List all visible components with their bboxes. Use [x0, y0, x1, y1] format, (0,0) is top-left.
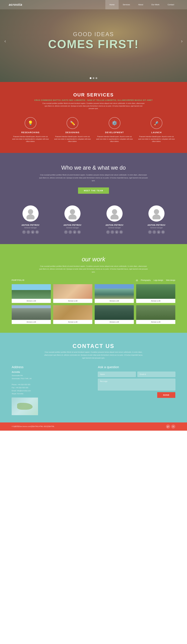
about-description: Cras suscipit porttitor porttitor Morbi … — [39, 174, 148, 182]
portfolio-item-7[interactable]: Aenean a elit — [95, 305, 134, 324]
contact-message-input[interactable] — [98, 379, 175, 390]
nav-services[interactable]: Services — [119, 0, 134, 9]
send-button[interactable]: SEND — [157, 392, 175, 398]
portfolio-caption-7: Aenean a elit — [95, 320, 134, 324]
team-social-facebook-2[interactable]: f — [64, 230, 68, 234]
ask-question-form: Ask a question SEND — [98, 365, 175, 415]
hero-dot-2[interactable] — [93, 77, 94, 79]
portfolio-image-7 — [95, 305, 134, 320]
hero-dot-1[interactable] — [90, 77, 91, 79]
hero-title-bold: FIRST! — [98, 38, 139, 51]
services-subtitle: CRAS COMMODO MATTIS JUSTO NEC LOBORTIS .… — [12, 99, 175, 101]
contact-grid: Address Acrostia Sevenoaks Rd Sevenoaks … — [12, 365, 175, 415]
address-line2: Sevenoaks TN14 7HR, UK — [12, 378, 32, 380]
portfolio-image-1 — [12, 284, 51, 299]
ask-question-title: Ask a question — [98, 365, 175, 369]
portfolio-item-1[interactable]: Aenean a elit — [12, 284, 51, 303]
phone-value: +44 (0)5 555 555 — [17, 384, 30, 386]
nav-contact[interactable]: Contact — [164, 0, 178, 9]
service-title-launch: LAUNCH — [138, 131, 176, 134]
svg-point-5 — [110, 214, 119, 219]
team-avatar-4 — [149, 206, 165, 222]
team-social-linkedin-3[interactable]: in — [119, 230, 123, 234]
services-subtitle-post: . NAM UT TELLUS LOBORTIS, ULLAMCORPER MA… — [86, 99, 153, 101]
footer-linkedin-icon[interactable]: in — [171, 424, 175, 428]
fax-label: Fax: — [12, 387, 15, 388]
nav-home[interactable]: Home — [105, 0, 119, 9]
contact-section: CONTACT US Cras suscipit porttitor portt… — [0, 333, 187, 422]
address-title: Address — [12, 365, 89, 369]
team-social-gplus-3[interactable]: g — [115, 230, 119, 234]
portfolio-item-2[interactable]: Aenean a elit — [53, 284, 92, 303]
service-card-researching: 💡 RESEARCHING Praesent interdum blandit … — [12, 117, 49, 143]
hero-content: GOOD IDEAS comes FIRST! — [48, 31, 139, 51]
portfolio-image-4 — [136, 284, 175, 299]
team-role-1: General manager — [12, 227, 49, 228]
services-grid: 💡 RESEARCHING Praesent interdum blandit … — [12, 117, 175, 143]
service-desc-launch: Praesent interdum blandit quam. Asumt in… — [138, 135, 176, 143]
contact-email-input[interactable] — [138, 372, 175, 377]
footer-gplus-icon[interactable]: g+ — [166, 424, 170, 428]
team-social-facebook-4[interactable]: f — [148, 230, 152, 234]
team-card-1: ANTON PETROV General manager f t g in — [12, 206, 49, 234]
hero-section: ‹ GOOD IDEAS comes FIRST! › — [0, 0, 187, 82]
hero-dot-3[interactable] — [96, 77, 97, 79]
filter-all[interactable]: All — [136, 279, 138, 281]
footer-text: © 知财而富box.henno.com定制HTML/HTML-SEE定制HTML — [12, 426, 54, 428]
team-avatar-1 — [22, 206, 38, 222]
portfolio-item-5[interactable]: Aenean a elit — [12, 305, 51, 324]
team-name-3: ANTON PETROV — [96, 224, 133, 226]
hero-prev-arrow[interactable]: ‹ — [3, 37, 7, 45]
filter-logo-design[interactable]: Logo design — [154, 279, 163, 281]
team-social-twitter-3[interactable]: t — [111, 230, 114, 234]
team-avatar-3 — [107, 206, 123, 222]
team-role-2: General manager — [54, 227, 91, 228]
hero-next-arrow[interactable]: › — [180, 37, 184, 45]
team-card-4: ANTON PETROV General manager f t g in — [138, 206, 176, 234]
filter-web-design[interactable]: Web design — [166, 279, 175, 281]
service-icon-designing: ✏️ — [67, 117, 78, 129]
team-social-gplus-4[interactable]: g — [157, 230, 161, 234]
team-social-twitter-1[interactable]: t — [26, 230, 30, 234]
hero-dots — [90, 77, 97, 79]
footer-socials: g+ in — [166, 424, 175, 428]
team-social-facebook-3[interactable]: f — [106, 230, 110, 234]
service-title-researching: RESEARCHING — [12, 131, 49, 134]
team-role-3: General manager — [96, 227, 133, 228]
portfolio-item-8[interactable]: Aenean a elit — [136, 305, 175, 324]
team-social-linkedin-2[interactable]: in — [77, 230, 81, 234]
team-socials-4: f t g in — [138, 230, 176, 234]
portfolio-item-3[interactable]: Aenean a elit — [95, 284, 134, 303]
team-social-twitter-2[interactable]: t — [68, 230, 72, 234]
navbar-links: Home Services About Our Work Contact — [105, 0, 178, 9]
contact-name-input[interactable] — [98, 372, 136, 377]
svg-point-7 — [152, 214, 161, 219]
portfolio-item-6[interactable]: Aenean a elit — [53, 305, 92, 324]
team-social-linkedin-4[interactable]: in — [161, 230, 165, 234]
team-social-gplus-2[interactable]: g — [73, 230, 76, 234]
footer: © 知财而富box.henno.com定制HTML/HTML-SEE定制HTML… — [0, 422, 187, 431]
portfolio-caption-8: Aenean a elit — [136, 320, 175, 324]
team-social-twitter-4[interactable]: t — [153, 230, 156, 234]
portfolio-image-2 — [53, 284, 92, 299]
contact-map — [12, 398, 38, 415]
filter-photography[interactable]: Photography — [141, 279, 151, 281]
fax-value: +44 (0)5 555 555 — [15, 387, 28, 388]
portfolio-item-4[interactable]: Aenean a elit — [136, 284, 175, 303]
services-section: OUR SERVICES CRAS COMMODO MATTIS JUSTO N… — [0, 82, 187, 153]
filter-buttons: All Photography Logo design Web design — [136, 279, 175, 281]
nav-about[interactable]: About — [134, 0, 147, 9]
team-name-2: ANTON PETROV — [54, 224, 91, 226]
hero-title-pre: comes — [48, 38, 94, 51]
svg-point-4 — [112, 209, 117, 214]
service-card-designing: ✏️ DESIGNING Praesent interdum blandit q… — [54, 117, 91, 143]
team-social-linkedin-1[interactable]: in — [35, 230, 39, 234]
meet-team-button[interactable]: MEET THE TEAM — [78, 188, 109, 194]
team-social-facebook-1[interactable]: f — [22, 230, 26, 234]
nav-our-work[interactable]: Our Work — [147, 0, 164, 9]
service-icon-researching: 💡 — [25, 117, 36, 129]
team-social-gplus-1[interactable]: g — [31, 230, 34, 234]
work-section: our work Cras suscipit porttitor porttit… — [0, 244, 187, 333]
portfolio-image-6 — [53, 305, 92, 320]
navbar: acrostia Home Services About Our Work Co… — [0, 0, 187, 9]
